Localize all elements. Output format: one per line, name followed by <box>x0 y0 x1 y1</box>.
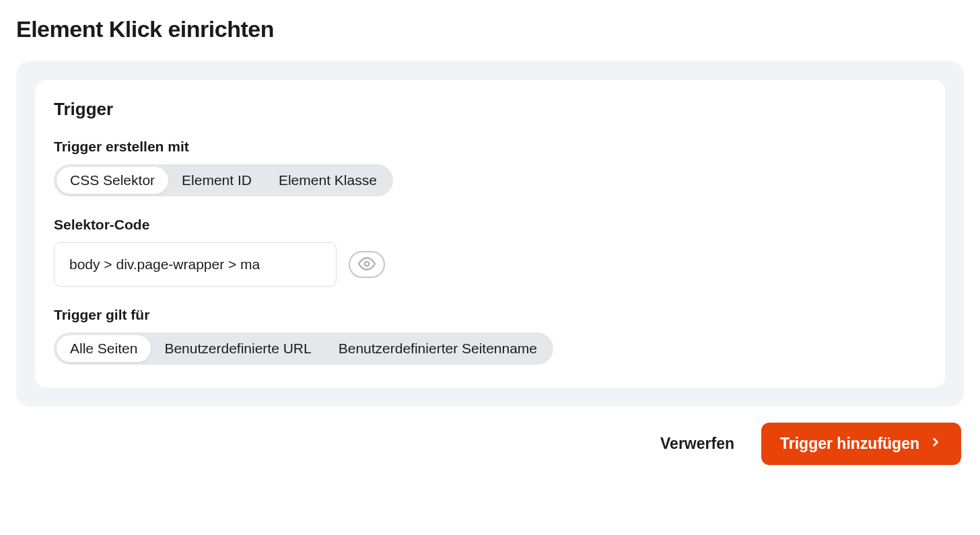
preview-button[interactable] <box>349 251 385 278</box>
seg-css-selector[interactable]: CSS Selektor <box>57 167 168 194</box>
applies-to-segmented: Alle Seiten Benutzerdefinierte URL Benut… <box>54 332 553 365</box>
add-trigger-button[interactable]: Trigger hinzufügen <box>761 423 961 465</box>
selector-input-row <box>54 242 926 287</box>
seg-element-id[interactable]: Element ID <box>168 167 265 194</box>
create-with-segmented: CSS Selektor Element ID Element Klasse <box>54 164 393 197</box>
create-with-label: Trigger erstellen mit <box>54 139 926 155</box>
seg-element-class[interactable]: Element Klasse <box>265 167 390 194</box>
discard-button[interactable]: Verwerfen <box>655 428 740 460</box>
config-panel: Trigger Trigger erstellen mit CSS Selekt… <box>16 61 964 406</box>
applies-to-label: Trigger gilt für <box>54 307 926 323</box>
selector-code-label: Selektor-Code <box>54 217 926 233</box>
seg-all-pages[interactable]: Alle Seiten <box>57 335 151 362</box>
add-trigger-label: Trigger hinzufügen <box>780 435 919 453</box>
card-title: Trigger <box>54 99 926 120</box>
trigger-card: Trigger Trigger erstellen mit CSS Selekt… <box>35 80 945 388</box>
page-title: Element Klick einrichten <box>16 16 964 42</box>
footer-actions: Verwerfen Trigger hinzufügen <box>16 423 964 465</box>
eye-icon <box>358 255 376 275</box>
applies-to-field: Trigger gilt für Alle Seiten Benutzerdef… <box>54 307 926 365</box>
seg-custom-pagename[interactable]: Benutzerdefinierter Seitenname <box>325 335 551 362</box>
chevron-right-icon <box>929 435 942 453</box>
seg-custom-url[interactable]: Benutzerdefinierte URL <box>151 335 324 362</box>
svg-point-0 <box>365 261 370 266</box>
selector-code-input[interactable] <box>54 242 337 287</box>
selector-code-field: Selektor-Code <box>54 217 926 287</box>
create-with-field: Trigger erstellen mit CSS Selektor Eleme… <box>54 139 926 197</box>
